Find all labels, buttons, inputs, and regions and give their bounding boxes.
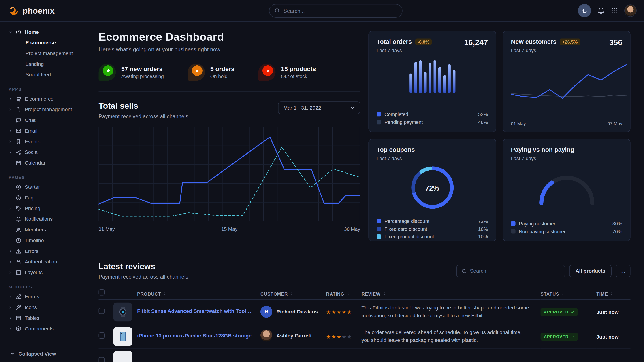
product-thumbnail (114, 327, 132, 346)
sidebar-item-social[interactable]: Social (5, 147, 82, 158)
new-customers-x-labels: 01 May07 May (511, 118, 622, 126)
column-header-customer[interactable]: CUSTOMER (260, 287, 326, 299)
main-content: Ecommerce Dashboard Here's what's going … (86, 22, 644, 362)
navbar-actions (578, 4, 636, 17)
bookmark-icon (16, 139, 22, 144)
column-header-rating[interactable]: RATING (326, 287, 362, 299)
kpi-cards: Total orders-6.8% Last 7 days 16,247 Com… (368, 31, 630, 242)
sidebar-item-layouts[interactable]: Layouts (5, 267, 82, 278)
product-link[interactable]: iPhone 13 pro max-Pacific Blue-128GB sto… (137, 333, 252, 339)
card-period: Last 7 days (511, 156, 574, 161)
latest-reviews-section: Latest reviews Payment received across a… (99, 252, 630, 362)
new-customers-chart (511, 60, 622, 107)
avatar (260, 330, 272, 342)
column-header-time[interactable]: TIME (596, 287, 630, 299)
sidebar-item-chat[interactable]: Chat (5, 115, 82, 126)
product-link[interactable]: Fitbit Sense Advanced Smartwatch with To… (137, 308, 253, 314)
sidebar-item-project-management[interactable]: Project management (5, 104, 82, 115)
trend-badge: +26.5% (560, 39, 580, 45)
sidebar-item-errors[interactable]: Errors (5, 246, 82, 257)
sidebar-item-project-management[interactable]: Project management (5, 48, 82, 59)
table-row[interactable]: Fitbit Sense Advanced Smartwatch with To… (99, 299, 630, 324)
apps-menu-button[interactable] (611, 7, 618, 14)
check-icon (570, 310, 575, 314)
collapsed-view-toggle[interactable]: Collapsed View (0, 345, 85, 362)
review-time: Just now (596, 309, 618, 315)
chevron-right-icon (8, 206, 12, 210)
sidebar-item-notifications[interactable]: Notifications (5, 214, 82, 225)
stat-out-of-stock: 15 productsOut of stock (258, 64, 316, 81)
sort-icon (290, 291, 294, 296)
sidebar-item-members[interactable]: Members (5, 225, 82, 235)
sidebar-section-pages: PAGES (9, 175, 82, 180)
sidebar-item-pricing[interactable]: Pricing (5, 203, 82, 214)
notifications-button[interactable] (597, 7, 605, 14)
table-row[interactable] (99, 349, 630, 362)
legend-item-paying-customer: Paying customer30% (511, 220, 622, 227)
sidebar-item-events[interactable]: Events (5, 136, 82, 147)
reviews-subtitle: Payment received across all channels (99, 274, 188, 280)
row-checkbox[interactable] (99, 333, 105, 339)
product-thumbnail (114, 302, 132, 321)
apps-grid-icon (611, 7, 618, 14)
sidebar-item-tables[interactable]: Tables (5, 313, 82, 324)
stat-on-hold: 5 ordersOn hold (188, 64, 235, 81)
sidebar-item-e-commerce[interactable]: E commerce (5, 93, 82, 104)
sidebar-item-email[interactable]: Email (5, 126, 82, 136)
sidebar-item-social-feed[interactable]: Social feed (5, 69, 82, 80)
total-sells-title: Total sells (99, 101, 188, 111)
brand-name: phoenix (22, 6, 54, 15)
stat-caption: On hold (210, 73, 234, 79)
box-icon (16, 326, 22, 332)
clock-icon (16, 238, 22, 244)
global-search[interactable] (269, 4, 402, 17)
x-axis-label: 07 May (608, 121, 622, 126)
select-all-checkbox[interactable] (99, 289, 105, 296)
legend-item-pending-payment: Pending payment48% (376, 118, 488, 126)
total-orders-legend: Completed52%Pending payment48% (376, 110, 488, 126)
reviews-search[interactable] (456, 265, 565, 277)
reviews-search-input[interactable] (470, 268, 560, 274)
help-icon (16, 195, 22, 201)
brand[interactable]: phoenix (8, 4, 55, 17)
mail-icon (16, 128, 22, 134)
bell-icon (597, 7, 605, 14)
column-header-product[interactable]: PRODUCT (137, 287, 260, 299)
moon-icon (581, 7, 588, 14)
lock-icon (16, 259, 22, 265)
sidebar-item-landing[interactable]: Landing (5, 58, 82, 69)
theme-toggle-button[interactable] (578, 4, 591, 17)
sidebar-item-icons[interactable]: Icons (5, 302, 82, 313)
divider (99, 91, 360, 92)
sidebar-item-faq[interactable]: Faq (5, 193, 82, 203)
total-sells-x-labels: 01 May15 May30 May (99, 226, 360, 232)
column-header-status[interactable]: STATUS (540, 287, 596, 299)
user-avatar[interactable] (624, 4, 636, 17)
product-thumbnail (114, 351, 132, 362)
chevron-right-icon (8, 316, 12, 320)
all-products-button[interactable]: All products (569, 265, 612, 277)
stat-value: 5 orders (210, 65, 234, 72)
chevron-right-icon (8, 327, 12, 331)
sidebar-item-calendar[interactable]: Calendar (5, 158, 82, 168)
sidebar-item-timeline[interactable]: Timeline (5, 235, 82, 246)
clipboard-icon (16, 107, 22, 112)
stats-row: 57 new ordersAwating processing5 ordersO… (99, 64, 360, 81)
column-header-review[interactable]: REVIEW (362, 287, 540, 299)
sidebar-item-home[interactable]: Home (5, 27, 82, 37)
row-checkbox[interactable] (99, 308, 105, 314)
row-checkbox[interactable] (99, 357, 105, 362)
legend-item-completed: Completed52% (376, 110, 488, 118)
sidebar-item-e-commerce[interactable]: E commerce (5, 37, 82, 48)
sidebar-item-forms[interactable]: Forms (5, 291, 82, 302)
stat-caption: Out of stock (281, 73, 316, 79)
search-input[interactable] (283, 7, 397, 14)
sidebar-item-authentication[interactable]: Authentication (5, 257, 82, 267)
chevron-right-icon (8, 271, 12, 275)
table-row[interactable]: iPhone 13 pro max-Pacific Blue-128GB sto… (99, 324, 630, 349)
customer-name: Ashley Garrett (276, 333, 312, 339)
more-options-button[interactable]: ... (616, 265, 630, 277)
date-range-select[interactable]: Mar 1 - 31, 2022 (278, 101, 360, 114)
sidebar-item-components[interactable]: Components (5, 323, 82, 334)
sidebar-item-starter[interactable]: Starter (5, 182, 82, 193)
